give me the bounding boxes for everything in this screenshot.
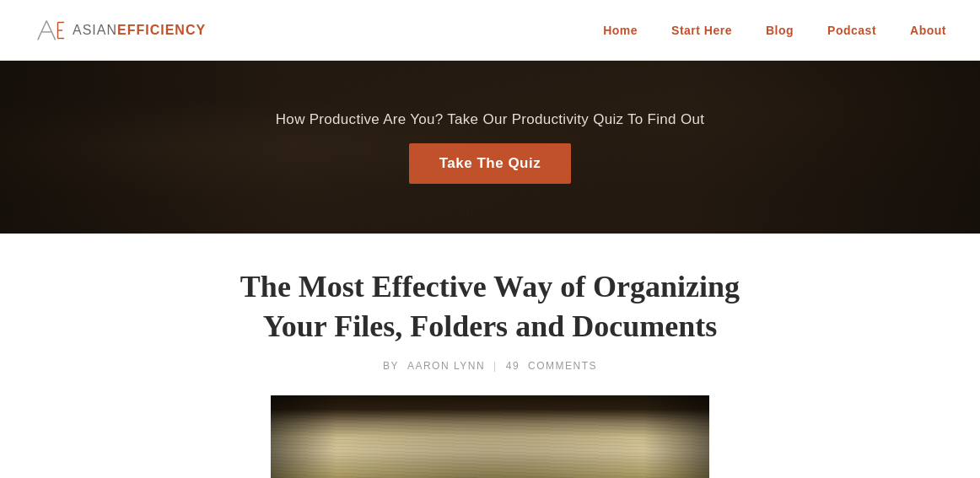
nav-start-here[interactable]: Start Here <box>671 24 732 37</box>
article-by-label: BY <box>383 360 399 372</box>
take-quiz-button[interactable]: Take The Quiz <box>409 143 572 184</box>
logo-efficiency: EFFICIENCY <box>117 23 206 37</box>
article-comments-label: COMMENTS <box>528 360 597 372</box>
article-author: AARON LYNN <box>407 360 485 372</box>
svg-line-1 <box>46 20 55 40</box>
meta-separator: | <box>493 360 498 372</box>
hero-content: How Productive Are You? Take Our Product… <box>276 111 704 184</box>
ae-logo-icon <box>34 14 66 46</box>
main-content: The Most Effective Way of Organizing You… <box>110 234 870 478</box>
logo-asian: ASIAN <box>73 23 117 37</box>
main-nav: Home Start Here Blog Podcast About <box>603 24 946 37</box>
nav-home[interactable]: Home <box>603 24 638 37</box>
hero-text: How Productive Are You? Take Our Product… <box>276 111 704 128</box>
article-image-simulation <box>271 395 709 478</box>
logo[interactable]: ASIANEFFICIENCY <box>34 14 206 46</box>
article-comment-count: 49 <box>506 360 520 372</box>
article-title: The Most Effective Way of Organizing You… <box>212 267 768 346</box>
article-image <box>271 395 709 478</box>
hero-banner: How Productive Are You? Take Our Product… <box>0 61 980 234</box>
nav-blog[interactable]: Blog <box>766 24 794 37</box>
site-header: ASIANEFFICIENCY Home Start Here Blog Pod… <box>0 0 980 61</box>
article-meta: BY AARON LYNN | 49 COMMENTS <box>383 360 597 372</box>
nav-podcast[interactable]: Podcast <box>827 24 876 37</box>
svg-line-0 <box>38 20 46 40</box>
nav-about[interactable]: About <box>910 24 946 37</box>
